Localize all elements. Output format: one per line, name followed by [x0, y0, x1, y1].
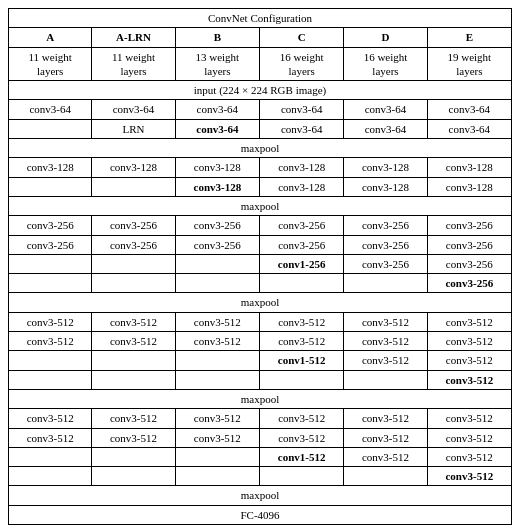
maxpool-label: maxpool [9, 196, 512, 215]
cell: conv3-256 [92, 216, 175, 235]
cell bold: conv3-64 [175, 119, 259, 138]
cell bold: conv1-512 [260, 351, 344, 370]
cell: conv3-128 [92, 158, 175, 177]
cell: conv3-512 [344, 428, 427, 447]
cell: conv3-64 [260, 119, 344, 138]
cell [9, 254, 92, 273]
cell [9, 119, 92, 138]
cell: conv3-256 [427, 235, 511, 254]
cell: conv3-128 [427, 177, 511, 196]
fc-row: FC-4096 [9, 505, 512, 524]
title-row: ConvNet Configuration [9, 9, 512, 28]
table-row: conv3-512 [9, 370, 512, 389]
cell: conv3-256 [427, 216, 511, 235]
cell [9, 274, 92, 293]
maxpool-label: maxpool [9, 139, 512, 158]
cell: LRN [92, 119, 175, 138]
cell: conv3-256 [344, 235, 427, 254]
cell: conv3-64 [427, 100, 511, 119]
cell [175, 467, 259, 486]
cell [175, 370, 259, 389]
table-row: conv3-256 conv3-256 conv3-256 conv3-256 … [9, 216, 512, 235]
cell: conv3-64 [427, 119, 511, 138]
col-subtitle-c: 16 weightlayers [260, 47, 344, 81]
cell: conv3-64 [92, 100, 175, 119]
table-row: conv3-512 conv3-512 conv3-512 conv3-512 … [9, 409, 512, 428]
cell bold: conv3-512 [427, 467, 511, 486]
cell [9, 351, 92, 370]
cell: conv3-256 [92, 235, 175, 254]
cell bold: conv3-128 [175, 177, 259, 196]
cell [175, 274, 259, 293]
cell [344, 370, 427, 389]
cell [92, 467, 175, 486]
table-row: conv3-256 [9, 274, 512, 293]
table-row: conv3-512 conv3-512 conv3-512 conv3-512 … [9, 312, 512, 331]
cell: conv3-128 [9, 158, 92, 177]
cell [9, 467, 92, 486]
cell: conv3-512 [427, 351, 511, 370]
cell: conv3-64 [175, 100, 259, 119]
cell: conv3-512 [92, 312, 175, 331]
col-header-e: E [427, 28, 511, 47]
cell: conv3-512 [344, 351, 427, 370]
cell bold: conv1-512 [260, 447, 344, 466]
col-subtitle-d: 16 weightlayers [344, 47, 427, 81]
cell: conv3-128 [344, 177, 427, 196]
cell: conv3-128 [427, 158, 511, 177]
cell: conv3-512 [175, 332, 259, 351]
table-row: conv3-64 conv3-64 conv3-64 conv3-64 conv… [9, 100, 512, 119]
table-row: conv3-256 conv3-256 conv3-256 conv3-256 … [9, 235, 512, 254]
col-subtitle-b: 13 weightlayers [175, 47, 259, 81]
cell [92, 351, 175, 370]
cell: conv3-512 [260, 409, 344, 428]
table-title: ConvNet Configuration [9, 9, 512, 28]
cell: conv3-64 [344, 100, 427, 119]
maxpool-label: maxpool [9, 389, 512, 408]
cell [9, 447, 92, 466]
cell: conv3-512 [9, 428, 92, 447]
cell: conv3-128 [344, 158, 427, 177]
fc-4096-1: FC-4096 [9, 505, 512, 524]
col-subtitle-alrn: 11 weightlayers [92, 47, 175, 81]
cell: conv3-128 [260, 177, 344, 196]
header-row: A A-LRN B C D E [9, 28, 512, 47]
table-row: conv1-512 conv3-512 conv3-512 [9, 447, 512, 466]
cell: conv3-256 [175, 235, 259, 254]
table-row: conv3-512 conv3-512 conv3-512 conv3-512 … [9, 332, 512, 351]
cell: conv3-512 [92, 332, 175, 351]
subheader-row: 11 weightlayers 11 weightlayers 13 weigh… [9, 47, 512, 81]
cell bold: conv3-256 [427, 274, 511, 293]
cell: conv3-512 [9, 312, 92, 331]
cell [344, 274, 427, 293]
cell: conv3-512 [344, 332, 427, 351]
cell: conv3-512 [427, 409, 511, 428]
table-row: conv3-512 conv3-512 conv3-512 conv3-512 … [9, 428, 512, 447]
maxpool-row: maxpool [9, 196, 512, 215]
cell: conv3-256 [9, 216, 92, 235]
cell: conv3-64 [344, 119, 427, 138]
cell: conv3-512 [175, 409, 259, 428]
col-header-c: C [260, 28, 344, 47]
cell: conv3-512 [344, 447, 427, 466]
table-row: conv1-256 conv3-256 conv3-256 [9, 254, 512, 273]
cell: conv3-512 [260, 332, 344, 351]
cell [175, 447, 259, 466]
table-row: LRN conv3-64 conv3-64 conv3-64 conv3-64 [9, 119, 512, 138]
cell: conv3-256 [175, 216, 259, 235]
cell [92, 177, 175, 196]
cell: conv3-256 [344, 254, 427, 273]
col-header-d: D [344, 28, 427, 47]
cell bold: conv3-512 [427, 370, 511, 389]
col-header-a: A [9, 28, 92, 47]
cell [260, 274, 344, 293]
table-row: conv1-512 conv3-512 conv3-512 [9, 351, 512, 370]
cell [9, 370, 92, 389]
cell [92, 370, 175, 389]
cell [175, 254, 259, 273]
cell [92, 447, 175, 466]
input-label: input (224 × 224 RGB image) [9, 81, 512, 100]
table-row: conv3-128 conv3-128 conv3-128 conv3-128 … [9, 158, 512, 177]
cell [260, 467, 344, 486]
cell: conv3-512 [260, 428, 344, 447]
